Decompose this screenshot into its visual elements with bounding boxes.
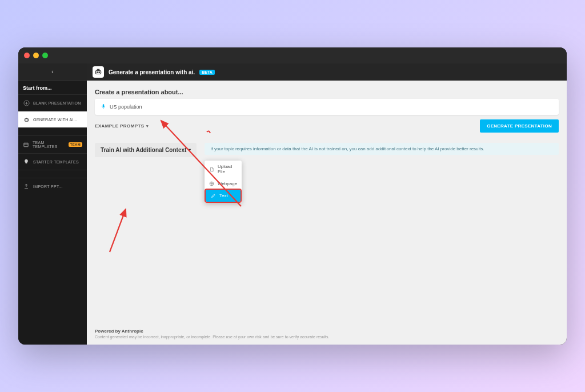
chevron-left-icon: ‹ <box>51 69 53 75</box>
sidebar-item-label: IMPORT PPT... <box>33 185 63 189</box>
sidebar-section-label: Start from... <box>18 81 87 94</box>
chevron-down-icon: ▾ <box>146 124 149 129</box>
sidebar-item-team-templates[interactable]: TEAM TEMPLATES TEAM <box>18 135 87 153</box>
beta-badge: BETA <box>199 70 215 75</box>
menu-item-label: Webpage <box>218 181 237 186</box>
menu-item-label: Text <box>219 193 228 198</box>
powered-by-label: Powered by Anthropic <box>95 329 559 334</box>
svg-point-6 <box>97 72 98 73</box>
sidebar: ‹ Start from... BLANK PRESENTATION GENER… <box>18 63 87 345</box>
svg-point-2 <box>25 119 26 120</box>
sidebar-item-blank-presentation[interactable]: BLANK PRESENTATION <box>18 94 87 111</box>
back-button[interactable]: ‹ <box>18 63 87 81</box>
main-header: Generate a presentation with ai. BETA <box>87 63 567 81</box>
robot-icon <box>23 116 30 123</box>
window-zoom-icon[interactable] <box>42 53 48 58</box>
menu-item-webpage[interactable]: Webpage <box>205 178 242 190</box>
window-minimize-icon[interactable] <box>33 53 39 58</box>
chevron-down-icon: ▾ <box>189 147 191 153</box>
svg-rect-8 <box>103 104 105 107</box>
generate-presentation-button[interactable]: GENERATE PRESENTATION <box>480 119 559 133</box>
team-icon <box>23 141 29 148</box>
create-label: Create a presentation about... <box>95 89 559 95</box>
team-badge: TEAM <box>69 142 82 147</box>
sidebar-item-starter-templates[interactable]: STARTER TEMPLATES <box>18 153 87 170</box>
example-prompts-label: EXAMPLE PROMPTS <box>95 123 144 129</box>
microphone-icon[interactable] <box>101 103 106 110</box>
sidebar-item-generate-with-ai[interactable]: GENERATE WITH AI... <box>18 111 87 127</box>
prompt-input[interactable] <box>110 104 553 110</box>
app-window: ‹ Start from... BLANK PRESENTATION GENER… <box>18 47 567 345</box>
window-titlebar <box>18 47 567 63</box>
pencil-icon <box>210 193 216 198</box>
train-ai-hint: If your topic requires information or da… <box>205 143 559 155</box>
upload-icon <box>23 183 30 190</box>
main-panel: Generate a presentation with ai. BETA Cr… <box>87 63 567 345</box>
menu-item-upload-file[interactable]: Upload File <box>205 161 242 178</box>
svg-point-3 <box>27 119 27 120</box>
file-icon <box>209 167 214 172</box>
sidebar-item-label: GENERATE WITH AI... <box>33 118 78 122</box>
sidebar-item-import-ppt[interactable]: IMPORT PPT... <box>18 178 87 194</box>
menu-item-text[interactable]: Text <box>206 190 241 202</box>
plus-circle-icon <box>23 99 30 106</box>
window-close-icon[interactable] <box>24 53 30 58</box>
example-prompts-dropdown[interactable]: EXAMPLE PROMPTS ▾ <box>95 123 149 129</box>
prompt-input-container[interactable] <box>95 99 559 115</box>
sidebar-item-label: TEAM TEMPLATES <box>33 141 65 149</box>
robot-icon <box>93 66 104 78</box>
disclaimer-text: Content generated may be incorrect, inap… <box>95 335 559 339</box>
sidebar-item-label: BLANK PRESENTATION <box>33 101 81 105</box>
train-ai-label: Train AI with Additional Context <box>101 147 186 153</box>
content-area: Create a presentation about... EXAMPLE P… <box>87 81 567 325</box>
sidebar-item-label: STARTER TEMPLATES <box>33 160 79 164</box>
lightbulb-icon <box>23 158 30 165</box>
svg-rect-5 <box>95 71 101 74</box>
menu-item-label: Upload File <box>218 164 237 174</box>
svg-rect-4 <box>24 143 28 146</box>
footer: Powered by Anthropic Content generated m… <box>87 325 567 345</box>
page-title: Generate a presentation with ai. <box>109 69 195 75</box>
globe-icon <box>209 181 214 186</box>
train-ai-dropdown[interactable]: Train AI with Additional Context ▾ <box>95 143 197 157</box>
train-ai-menu: Upload File Webpage Text <box>205 161 242 203</box>
svg-point-7 <box>99 72 100 73</box>
